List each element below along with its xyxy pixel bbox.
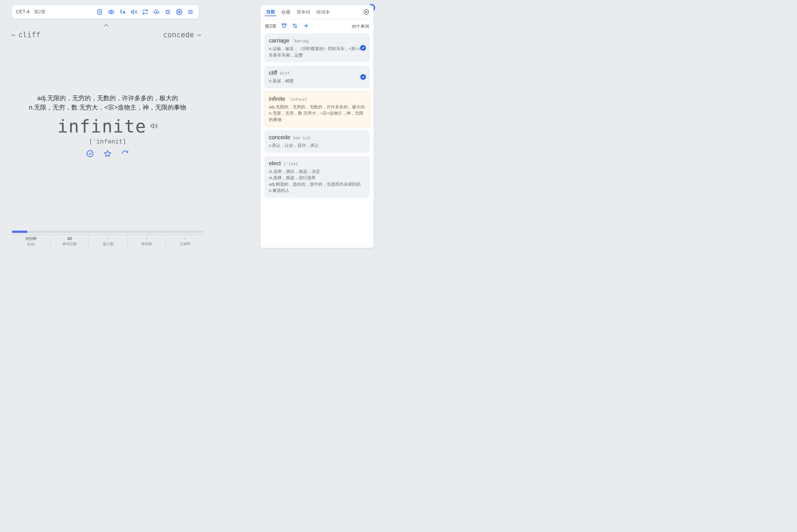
stat-cell: 0分钟时间 (12, 235, 50, 249)
sidebar-subheader: 第2章 30个单词 (260, 19, 374, 33)
speaker-icon[interactable] (150, 122, 158, 131)
list-word: cliff (269, 70, 277, 76)
redo-icon[interactable] (121, 150, 129, 158)
chapter-name[interactable]: 第2章 (34, 9, 45, 15)
gear-icon[interactable] (175, 8, 184, 16)
loop-icon[interactable] (141, 8, 149, 16)
tab-wrong[interactable]: 错词本 (315, 9, 331, 16)
list-definition: n.悬崖，峭壁 (269, 78, 365, 84)
arrow-right-icon: → (197, 31, 201, 39)
stat-cell: -错误数 (128, 235, 166, 249)
stat-label: 时间 (12, 242, 50, 247)
bug-icon[interactable] (164, 8, 172, 16)
definition-line-1: adj.无限的，无穷的，无数的，许许多多的，极大的 (17, 93, 198, 103)
list-word: infinite (269, 96, 285, 102)
tab-favorites[interactable]: 收藏 (280, 9, 291, 16)
stats-bar: 0分钟时间30单词总数-输入数-错误数-正确率 (12, 231, 204, 249)
list-word: elect (269, 160, 281, 167)
sidebar-tabs: 当前 收藏 简单词 错词本 (260, 5, 374, 19)
sort-icon[interactable] (292, 23, 298, 30)
phonetic: [ˈɪnfənɪt] (17, 138, 198, 145)
progress-bar (12, 231, 204, 233)
list-definition: vt.选举，挑出，挑选，决定 vi.选择，挑选，进行选举 adj.精选的，选出的… (269, 168, 365, 194)
progress-fill (12, 231, 27, 233)
close-icon[interactable] (363, 9, 369, 16)
list-pronunciation: ˈɪnfənɪt (288, 97, 307, 101)
list-pronunciation: kənˈsid (293, 136, 310, 140)
menu-icon[interactable] (186, 8, 195, 16)
list-item[interactable]: electɪˈlɛktvt.选举，挑出，挑选，决定 vi.选择，挑选，进行选举 … (264, 156, 369, 198)
stat-cell: 30单词总数 (50, 235, 89, 249)
list-item[interactable]: concedekənˈsidv.承认，让步，容许，承让 (264, 130, 369, 153)
check-circle-icon[interactable] (86, 150, 94, 158)
list-item[interactable]: cliffklɪfn.悬崖，峭壁 (264, 65, 369, 88)
stat-value: 30 (50, 236, 89, 241)
stat-value: 0分钟 (12, 236, 50, 241)
stat-label: 单词总数 (50, 241, 89, 246)
stat-cell: -正确率 (166, 235, 204, 249)
list-word: concede (269, 134, 290, 141)
cloud-icon[interactable] (152, 8, 161, 16)
check-icon (360, 45, 366, 51)
arrow-right-icon[interactable] (303, 23, 309, 30)
next-word[interactable]: concede → (163, 31, 201, 39)
list-pronunciation: klɪf (280, 71, 290, 76)
stat-value: - (128, 236, 166, 241)
stat-value: - (166, 236, 204, 241)
tab-current[interactable]: 当前 (265, 8, 276, 16)
sidebar: 当前 收藏 简单词 错词本 第2章 30个单词 carriageˈkærɪdʒn… (260, 5, 374, 248)
stat-label: 错误数 (128, 241, 166, 246)
svg-point-3 (178, 11, 180, 13)
stat-cell: -输入数 (89, 235, 127, 249)
definition-line-2: n.无限，无穷，数 无穷大，<宗>造物主，神，无限的事物 (17, 103, 198, 112)
word-card: adj.无限的，无穷的，无数的，许许多多的，极大的 n.无限，无穷，数 无穷大，… (17, 93, 198, 158)
eye-icon[interactable] (107, 8, 115, 16)
translate-icon[interactable] (118, 8, 127, 16)
next-word-text: concede (163, 31, 194, 39)
svg-rect-6 (282, 24, 287, 25)
stat-label: 输入数 (89, 241, 127, 246)
word-count: 30个单词 (352, 24, 369, 29)
list-definition: adj.无限的，无穷的，无数的，许许多多的，极大的 n.无限，无穷，数 无穷大，… (269, 104, 365, 123)
toolbar: CET-4 第2章 (12, 5, 199, 19)
list-word: carriage (269, 37, 289, 44)
sidebar-chapter: 第2章 (265, 23, 277, 30)
svg-rect-2 (167, 11, 169, 14)
svg-point-4 (87, 151, 93, 157)
arrow-left-icon: ← (11, 31, 15, 39)
svg-point-1 (110, 11, 112, 13)
star-icon[interactable] (104, 150, 111, 158)
list-pronunciation: ˈkærɪdʒ (292, 39, 309, 43)
dict-name[interactable]: CET-4 (16, 9, 30, 15)
import-icon[interactable] (96, 8, 104, 16)
tab-easy[interactable]: 简单词 (296, 9, 311, 16)
volume-icon[interactable] (130, 8, 138, 16)
chevron-up-icon[interactable] (102, 23, 110, 28)
stat-value: - (89, 236, 127, 241)
list-definition: n.运输，输送，（旧时载客的）四轮马车，<英>火车客车车厢，运费 (269, 45, 365, 58)
word-list[interactable]: carriageˈkærɪdʒn.运输，输送，（旧时载客的）四轮马车，<英>火车… (260, 33, 374, 248)
check-icon (360, 74, 366, 80)
list-item[interactable]: carriageˈkærɪdʒn.运输，输送，（旧时载客的）四轮马车，<英>火车… (264, 33, 369, 62)
filter-icon[interactable] (281, 23, 287, 30)
list-pronunciation: ɪˈlɛkt (284, 162, 298, 166)
list-item[interactable]: infiniteˈɪnfənɪtadj.无限的，无穷的，无数的，许许多多的，极大… (264, 92, 369, 127)
stat-label: 正确率 (166, 241, 204, 246)
list-definition: v.承认，让步，容许，承让 (269, 142, 365, 149)
prev-word-text: cliff (18, 31, 40, 39)
prev-word[interactable]: ← cliff (11, 31, 40, 39)
main-word: infinite (57, 116, 147, 137)
